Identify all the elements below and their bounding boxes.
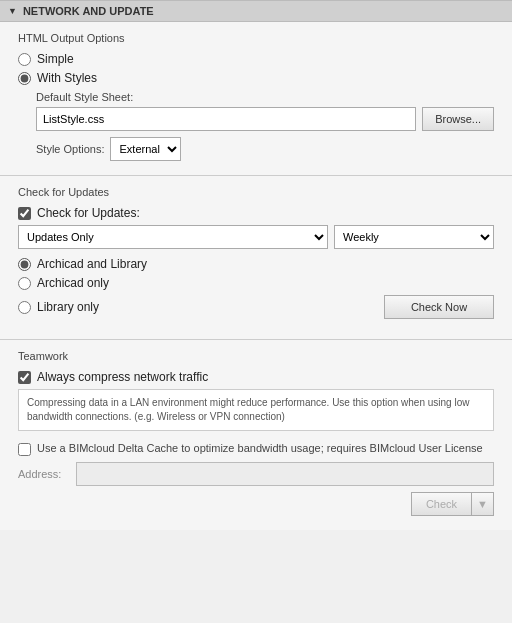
check-split-dropdown[interactable]: ▼: [471, 492, 494, 516]
address-input[interactable]: [76, 462, 494, 486]
simple-radio-label: Simple: [37, 52, 74, 66]
style-options-row: Style Options: External Internal None: [36, 137, 494, 161]
html-output-label: HTML Output Options: [18, 32, 494, 44]
archicad-options: Archicad and Library Archicad only Libra…: [18, 257, 494, 319]
default-stylesheet-label: Default Style Sheet:: [36, 91, 494, 103]
library-only-row: Library only: [18, 300, 99, 314]
network-and-update-header[interactable]: ▼ NETWORK AND UPDATE: [0, 0, 512, 22]
library-only-radio[interactable]: [18, 301, 31, 314]
check-split-row: Check ▼: [18, 492, 494, 516]
archicad-only-label: Archicad only: [37, 276, 109, 290]
check-for-updates-checkbox-row: Check for Updates:: [18, 206, 494, 220]
compress-checkbox-row: Always compress network traffic: [18, 370, 494, 384]
browse-button[interactable]: Browse...: [422, 107, 494, 131]
compress-checkbox-label: Always compress network traffic: [37, 370, 208, 384]
section-title: NETWORK AND UPDATE: [23, 5, 154, 17]
bimcloud-checkbox[interactable]: [18, 443, 31, 456]
simple-radio-row: Simple: [18, 52, 494, 66]
stylesheet-row: Browse...: [36, 107, 494, 131]
with-styles-radio[interactable]: [18, 72, 31, 85]
teamwork-label: Teamwork: [18, 350, 494, 362]
with-styles-radio-label: With Styles: [37, 71, 97, 85]
compress-checkbox[interactable]: [18, 371, 31, 384]
update-type-select[interactable]: Updates Only All Updates Major Updates: [18, 225, 328, 249]
check-now-button[interactable]: Check Now: [384, 295, 494, 319]
archicad-and-library-radio[interactable]: [18, 258, 31, 271]
library-only-label: Library only: [37, 300, 99, 314]
archicad-only-row: Archicad only: [18, 276, 494, 290]
address-label: Address:: [18, 468, 76, 480]
bimcloud-checkbox-row: Use a BIMcloud Delta Cache to optimize b…: [18, 441, 494, 456]
frequency-select[interactable]: Weekly Daily Monthly: [334, 225, 494, 249]
style-options-select[interactable]: External Internal None: [110, 137, 181, 161]
teamwork-section: Teamwork Always compress network traffic…: [0, 340, 512, 530]
archicad-and-library-label: Archicad and Library: [37, 257, 147, 271]
with-styles-radio-row: With Styles: [18, 71, 494, 85]
collapse-arrow-icon: ▼: [8, 6, 17, 16]
simple-radio[interactable]: [18, 53, 31, 66]
check-for-updates-section: Check for Updates Check for Updates: Upd…: [0, 176, 512, 340]
bimcloud-checkbox-label: Use a BIMcloud Delta Cache to optimize b…: [37, 441, 483, 456]
archicad-only-radio[interactable]: [18, 277, 31, 290]
stylesheet-input[interactable]: [36, 107, 416, 131]
address-row: Address:: [18, 462, 494, 486]
check-for-updates-checkbox-label: Check for Updates:: [37, 206, 140, 220]
check-for-updates-header: Check for Updates: [18, 186, 494, 198]
check-for-updates-checkbox[interactable]: [18, 207, 31, 220]
updates-dropdowns: Updates Only All Updates Major Updates W…: [18, 225, 494, 249]
compress-info-box: Compressing data in a LAN environment mi…: [18, 389, 494, 431]
check-dropdown-arrow-icon: ▼: [477, 498, 488, 510]
archicad-and-library-row: Archicad and Library: [18, 257, 494, 271]
style-options-label: Style Options:: [36, 143, 104, 155]
check-split-button[interactable]: Check: [411, 492, 471, 516]
html-output-section: HTML Output Options Simple With Styles D…: [0, 22, 512, 176]
